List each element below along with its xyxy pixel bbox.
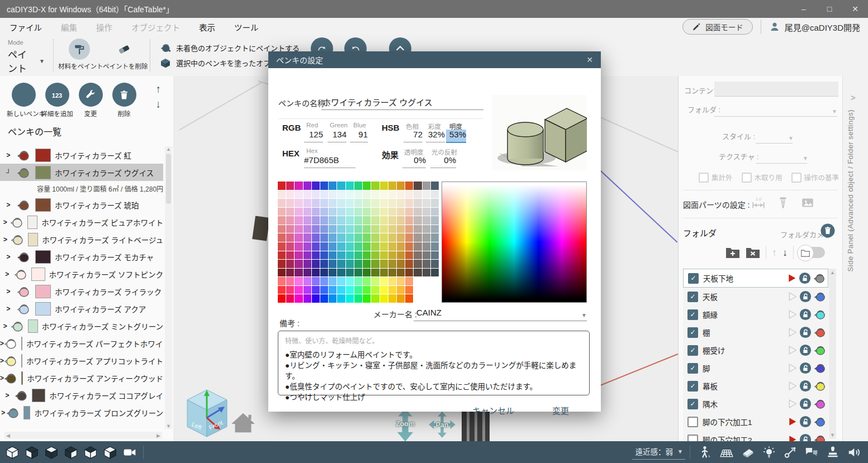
- paint-list-item[interactable]: > ホワイティカラーズ ブロンズグリーン: [0, 404, 163, 421]
- palette-cell[interactable]: [286, 242, 294, 251]
- palette-cell[interactable]: [414, 251, 421, 260]
- move-up-icon[interactable]: ↑: [156, 84, 162, 94]
- palette-cell[interactable]: [337, 294, 345, 303]
- menu-5[interactable]: ツール: [225, 21, 268, 33]
- palette-cell[interactable]: [278, 208, 286, 216]
- palette-cell[interactable]: [363, 225, 371, 233]
- palette-cell[interactable]: [405, 251, 413, 260]
- palette-cell[interactable]: [329, 286, 336, 294]
- palette-cell[interactable]: [363, 182, 371, 190]
- palette-cell[interactable]: [346, 233, 354, 242]
- palette-cell[interactable]: [303, 216, 311, 225]
- palette-cell[interactable]: [380, 286, 388, 294]
- palette-cell[interactable]: [295, 286, 302, 294]
- palette-cell[interactable]: [278, 286, 286, 294]
- expand-icon[interactable]: >: [0, 218, 10, 226]
- palette-cell[interactable]: [312, 269, 320, 277]
- palette-cell[interactable]: [380, 277, 388, 285]
- palette-cell[interactable]: [312, 233, 320, 242]
- palette-cell[interactable]: [346, 216, 354, 225]
- move-down-icon[interactable]: ↓: [156, 99, 162, 109]
- palette-cell[interactable]: [380, 190, 388, 199]
- light-button[interactable]: [758, 443, 780, 461]
- palette-cell[interactable]: [414, 225, 421, 233]
- expand-icon[interactable]: >: [0, 236, 11, 244]
- palette-cell[interactable]: [303, 260, 311, 268]
- palette-cell[interactable]: [303, 225, 311, 233]
- eraser-tool-button[interactable]: [737, 443, 758, 461]
- palette-cell[interactable]: [303, 269, 311, 277]
- palette-cell[interactable]: [286, 233, 294, 242]
- palette-cell[interactable]: [303, 233, 311, 242]
- palette-cell[interactable]: [295, 225, 302, 233]
- paint-list-item[interactable]: > ホワイティカラーズ アンティークウッド: [0, 369, 163, 386]
- palette-cell[interactable]: [414, 208, 421, 216]
- paint-tool-0[interactable]: 新しいペンキ: [7, 83, 40, 118]
- palette-cell[interactable]: [380, 269, 388, 277]
- palette-cell[interactable]: [423, 182, 430, 190]
- mode-select[interactable]: Mode ペイント ▼: [8, 39, 45, 77]
- chevron-down-icon[interactable]: ▼: [581, 312, 587, 318]
- delete-folder-icon[interactable]: [746, 246, 760, 259]
- palette-cell[interactable]: [423, 251, 430, 260]
- palette-cell[interactable]: [329, 182, 336, 190]
- palette-cell[interactable]: [329, 216, 336, 225]
- palette-cell[interactable]: [423, 216, 430, 225]
- palette-cell[interactable]: [303, 182, 311, 190]
- palette-cell[interactable]: [405, 242, 413, 251]
- cube-view-2-button[interactable]: [23, 443, 41, 461]
- palette-cell[interactable]: [363, 190, 371, 199]
- green-input[interactable]: 134: [328, 130, 347, 142]
- paint-list-item[interactable]: > ホワイティカラーズ アクア: [0, 300, 163, 317]
- palette-cell[interactable]: [423, 225, 430, 233]
- flag-icon[interactable]: [788, 435, 797, 441]
- folder-row[interactable]: 脚の下穴加工1: [683, 413, 828, 431]
- paint-list-item[interactable]: > ホワイティカラーズ ライトベージュ: [0, 231, 163, 248]
- sound-button[interactable]: [843, 443, 865, 461]
- palette-cell[interactable]: [397, 225, 405, 233]
- folder-row[interactable]: ✓ 額縁: [683, 306, 828, 323]
- palette-cell[interactable]: [423, 242, 430, 251]
- palette-cell[interactable]: [303, 251, 311, 260]
- palette-cell[interactable]: [312, 242, 320, 251]
- minimize-button[interactable]: –: [791, 0, 817, 18]
- close-button[interactable]: ✕: [842, 0, 868, 18]
- flag-icon[interactable]: [788, 346, 797, 355]
- palette-cell[interactable]: [431, 260, 439, 268]
- palette-cell[interactable]: [312, 216, 320, 225]
- palette-cell[interactable]: [388, 208, 396, 216]
- palette-cell[interactable]: [295, 216, 302, 225]
- palette-cell[interactable]: [423, 269, 430, 277]
- paint-bucket-icon[interactable]: [814, 326, 826, 338]
- expand-icon[interactable]: >: [0, 409, 6, 417]
- floor-grid-button[interactable]: [716, 443, 737, 461]
- palette-cell[interactable]: [303, 208, 311, 216]
- palette-cell[interactable]: [329, 190, 336, 199]
- expand-icon[interactable]: >: [0, 270, 14, 278]
- lock-icon[interactable]: [799, 398, 812, 410]
- paint-list-item[interactable]: > ホワイティカラーズ ソフトピンク: [0, 265, 163, 283]
- palette-cell[interactable]: [320, 286, 328, 294]
- palette-cell[interactable]: [312, 182, 320, 190]
- palette-cell[interactable]: [423, 277, 430, 285]
- palette-cell[interactable]: [346, 199, 354, 207]
- palette-cell[interactable]: [380, 225, 388, 233]
- palette-cell[interactable]: [320, 242, 328, 251]
- palette-cell[interactable]: [431, 286, 439, 294]
- palette-cell[interactable]: [312, 208, 320, 216]
- palette-cell[interactable]: [414, 294, 421, 303]
- horizontal-scrollbar[interactable]: ◀▶: [4, 432, 162, 439]
- expand-icon[interactable]: >: [0, 151, 17, 159]
- palette-cell[interactable]: [397, 242, 405, 251]
- paint-list-item[interactable]: > ホワイティカラーズ 紅: [0, 146, 163, 164]
- palette-cell[interactable]: [405, 294, 413, 303]
- palette-cell[interactable]: [354, 242, 362, 251]
- paint-list-item[interactable]: > ホワイティカラーズ パーフェクトホワイト: [0, 335, 163, 352]
- palette-cell[interactable]: [278, 294, 286, 303]
- palette-cell[interactable]: [286, 251, 294, 260]
- palette-cell[interactable]: [431, 242, 439, 251]
- palette-cell[interactable]: [329, 242, 336, 251]
- palette-cell[interactable]: [312, 260, 320, 268]
- cube-view-4-button[interactable]: [62, 443, 80, 461]
- palette-cell[interactable]: [397, 269, 405, 277]
